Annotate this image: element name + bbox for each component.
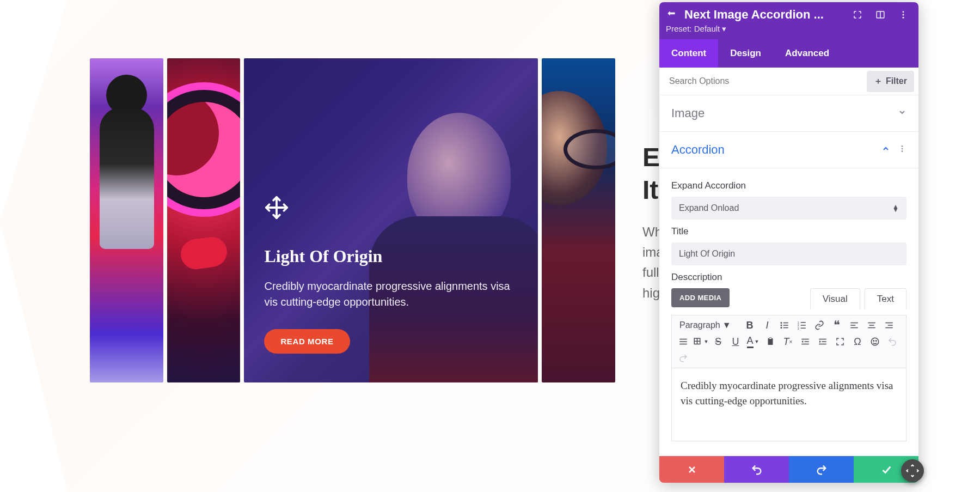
preset-row[interactable]: Preset: Default ▾ <box>666 24 909 34</box>
clear-formatting-icon[interactable]: T× <box>780 334 796 349</box>
svg-rect-29 <box>888 325 893 326</box>
accordion-item-2[interactable] <box>167 58 241 382</box>
rich-text-toolbar: Paragraph ▼ B I 123 ❝ ▼ S U A▼ T× <box>671 315 906 368</box>
move-icon[interactable] <box>264 195 518 222</box>
chevron-up-icon <box>881 144 890 155</box>
description-field-label: Desccription <box>671 272 906 283</box>
svg-rect-27 <box>868 327 875 329</box>
title-field-label: Title <box>671 226 906 237</box>
underline-icon[interactable]: U <box>727 334 744 349</box>
emoji-icon[interactable] <box>867 334 883 349</box>
editor-tab-text[interactable]: Text <box>865 288 906 309</box>
align-center-icon[interactable] <box>863 318 880 333</box>
tab-content[interactable]: Content <box>659 39 718 68</box>
text-color-icon[interactable]: A▼ <box>745 334 761 349</box>
svg-rect-23 <box>850 325 855 326</box>
svg-marker-42 <box>801 341 803 343</box>
svg-point-6 <box>903 17 904 19</box>
more-vert-icon[interactable] <box>898 144 906 155</box>
dropdown-caret-icon: ▼ <box>722 320 731 330</box>
svg-rect-33 <box>679 344 687 345</box>
undo-icon[interactable] <box>884 334 901 349</box>
tab-design[interactable]: Design <box>718 39 773 68</box>
table-icon[interactable]: ▼ <box>693 334 709 349</box>
svg-text:3: 3 <box>798 327 799 330</box>
svg-point-47 <box>871 338 879 345</box>
align-left-icon[interactable] <box>846 318 862 333</box>
redo-button[interactable] <box>789 456 854 483</box>
preset-label: Preset: <box>666 24 692 33</box>
settings-panel: Next Image Accordion ... Preset: Default… <box>659 2 918 483</box>
accordion-desc: Credibly myocardinate progressive alignm… <box>264 278 518 311</box>
svg-rect-41 <box>801 344 809 345</box>
svg-rect-21 <box>801 328 806 329</box>
numbered-list-icon[interactable]: 123 <box>794 318 810 333</box>
svg-rect-43 <box>819 339 826 340</box>
italic-icon[interactable]: I <box>759 318 775 333</box>
accordion-title: Light Of Origin <box>264 246 518 266</box>
read-more-button[interactable]: READ MORE <box>264 329 350 354</box>
chevron-down-icon <box>898 108 906 119</box>
panel-footer-actions <box>659 456 918 483</box>
cancel-button[interactable] <box>659 456 724 483</box>
accordion-item-1[interactable] <box>90 58 163 382</box>
svg-rect-19 <box>801 322 806 323</box>
page-para-line3: full <box>642 265 659 280</box>
section-accordion-label: Accordion <box>671 143 725 157</box>
editor-tab-visual[interactable]: Visual <box>810 288 860 309</box>
svg-rect-31 <box>679 339 687 340</box>
chevron-down-icon: ▾ <box>722 24 726 33</box>
strikethrough-icon[interactable]: S <box>710 334 726 349</box>
accordion-item-4[interactable] <box>542 58 615 382</box>
undo-button[interactable] <box>724 456 789 483</box>
add-media-button[interactable]: ADD MEDIA <box>671 288 730 307</box>
back-icon[interactable] <box>666 9 677 20</box>
resize-handle[interactable] <box>901 459 924 482</box>
section-image-label: Image <box>671 106 705 120</box>
svg-rect-26 <box>869 325 874 326</box>
link-icon[interactable] <box>811 318 828 333</box>
image-accordion: Light Of Origin Credibly myocardinate pr… <box>90 58 615 382</box>
align-right-icon[interactable] <box>881 318 897 333</box>
tab-advanced[interactable]: Advanced <box>773 39 841 68</box>
svg-point-8 <box>902 148 903 150</box>
search-input[interactable] <box>659 68 867 95</box>
outdent-icon[interactable] <box>797 334 813 349</box>
panel-tabs: Content Design Advanced <box>659 39 918 68</box>
panel-title: Next Image Accordion ... <box>684 8 844 22</box>
paragraph-format-select[interactable]: Paragraph ▼ <box>675 318 740 332</box>
align-justify-icon[interactable] <box>675 334 691 349</box>
bullet-list-icon[interactable] <box>776 318 793 333</box>
indent-icon[interactable] <box>814 334 831 349</box>
svg-rect-38 <box>769 338 772 339</box>
fullscreen-icon[interactable] <box>832 334 848 349</box>
blockquote-icon[interactable]: ❝ <box>829 318 845 333</box>
columns-icon[interactable] <box>875 9 886 20</box>
svg-point-4 <box>903 11 904 13</box>
section-image-header[interactable]: Image <box>659 95 918 132</box>
section-accordion-header[interactable]: Accordion <box>659 132 918 168</box>
svg-rect-22 <box>850 323 858 324</box>
svg-rect-15 <box>783 327 788 329</box>
search-row: ＋ Filter <box>659 68 918 95</box>
expand-accordion-value: Expand Onload <box>679 203 739 213</box>
svg-rect-24 <box>850 327 858 329</box>
preset-value: Default <box>694 24 720 33</box>
expand-corner-icon[interactable] <box>852 9 863 20</box>
redo-icon[interactable] <box>675 350 691 366</box>
description-editor[interactable]: Credibly myocardinate progressive alignm… <box>671 368 906 441</box>
accordion-item-3-active[interactable]: Light Of Origin Credibly myocardinate pr… <box>244 58 538 382</box>
svg-rect-28 <box>885 323 893 324</box>
expand-accordion-label: Expand Accordion <box>671 180 906 191</box>
bold-icon[interactable]: B <box>742 318 758 333</box>
filter-button[interactable]: ＋ Filter <box>867 71 914 92</box>
expand-accordion-select[interactable]: Expand Onload ▲▼ <box>671 197 906 220</box>
svg-point-7 <box>902 145 903 147</box>
paste-icon[interactable] <box>762 334 779 349</box>
svg-rect-32 <box>679 341 687 342</box>
paragraph-label: Paragraph <box>679 320 720 330</box>
special-char-icon[interactable]: Ω <box>849 334 866 349</box>
svg-point-11 <box>781 325 782 326</box>
title-input[interactable] <box>671 242 906 265</box>
more-vert-icon[interactable] <box>898 9 909 20</box>
